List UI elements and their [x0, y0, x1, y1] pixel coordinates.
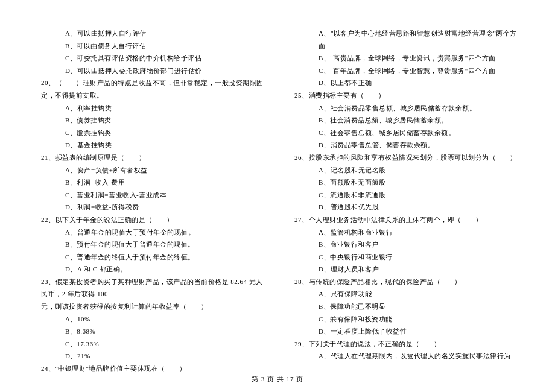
option-line: D、普通股和优先股: [290, 201, 519, 213]
option-line: C、"百年品牌，全球网络，专业智慧，尊贵服务"四个方面: [290, 65, 519, 77]
option-line: A、记名股和无记名股: [290, 164, 519, 177]
option-line: B、"高贵品牌，全球网络，专业资讯，贵宾服务"四个方面: [290, 52, 519, 65]
option-line: B、保障功能已不明显: [290, 300, 519, 313]
option-line: A、"以客户为中心地经营思路和智慧创造财富地经营理念"两个方面: [290, 27, 519, 52]
option-line: A、代理人在代理期限内，以被代理人的名义实施民事法律行为: [290, 350, 519, 362]
option-line: A、资产=负债+所有者权益: [36, 164, 265, 177]
option-line: B、利润=收入-费用: [36, 176, 265, 189]
option-line: D、可以由抵押人委托政府物价部门进行估价: [36, 65, 265, 77]
question-line: 22、以下关于年金的说法正确的是（ ）: [36, 213, 265, 226]
option-line: D、21%: [36, 350, 265, 362]
right-column: A、"以客户为中心地经营思路和智慧创造财富地经营理念"两个方面B、"高贵品牌，全…: [290, 27, 519, 371]
question-line: 21、损益表的编制原理是（ ）: [36, 151, 265, 164]
option-line: A、社会消费品零售总额、城乡居民储蓄存款余额。: [290, 102, 519, 115]
option-line: C、可委托具有评估资格的中介机构给予评估: [36, 52, 265, 65]
option-line: D、利润=收益-所得税费: [36, 201, 265, 213]
left-column: A、可以由抵押人自行评估B、可以由债务人自行评估C、可委托具有评估资格的中介机构…: [36, 27, 265, 371]
question-line: 28、与传统的保险产品相比，现代的保险产品（ ）: [290, 276, 519, 288]
question-line: 24、"中银理财"地品牌价值主要体现在（ ）: [36, 362, 265, 375]
option-line: C、社会零售总额、城乡居民储蓄存款余额。: [290, 127, 519, 139]
option-line: C、中央银行和商业银行: [290, 251, 519, 264]
option-line: D、基金挂钩类: [36, 139, 265, 151]
option-line: A、利率挂钩类: [36, 102, 265, 115]
option-line: B、面额股和无面额股: [290, 176, 519, 189]
question-line: 26、按股东承担的风险和享有权益情况来划分，股票可以划分为（ ）: [290, 151, 519, 164]
option-line: A、普通年金的现值大于预付年金的现值。: [36, 226, 265, 239]
option-line: D、以上都不正确: [290, 77, 519, 89]
option-line: A、10%: [36, 313, 265, 326]
option-line: C、17.36%: [36, 338, 265, 350]
continuation-line: 元，则该投资者获得的按复利计算的年收益率（ ）: [36, 300, 265, 313]
content-columns: A、可以由抵押人自行评估B、可以由债务人自行评估C、可委托具有评估资格的中介机构…: [36, 27, 519, 371]
page-footer: 第 3 页 共 17 页: [0, 375, 555, 384]
option-line: D、一定程度上降低了收益性: [290, 325, 519, 338]
option-line: A、只有保障功能: [290, 288, 519, 300]
question-line: 29、下列关于代理的说法，不正确的是（ ）: [290, 338, 519, 350]
option-line: B、债券挂钩类: [36, 114, 265, 127]
option-line: D、A 和 C 都正确。: [36, 263, 265, 276]
option-line: A、监管机构和商业银行: [290, 226, 519, 239]
option-line: C、股票挂钩类: [36, 127, 265, 139]
option-line: B、商业银行和客户: [290, 238, 519, 251]
question-line: 23、假定某投资者购买了某种理财产品，该产品的当前价格是 82.64 元人民币，…: [36, 276, 265, 300]
option-line: B、8.68%: [36, 325, 265, 338]
option-line: D、消费品零售总管、储蓄存款余额。: [290, 139, 519, 151]
option-line: B、社会消费品总额、城乡居民储蓄余额。: [290, 114, 519, 127]
question-line: 20、（ ）理财产品的特点是收益不高，但非常稳定，一般投资期限固定，不得提前支取…: [36, 77, 265, 101]
option-line: A、可以由抵押人自行评估: [36, 27, 265, 40]
option-line: C、流通股和非流通股: [290, 189, 519, 201]
option-line: C、普通年金的终值大于预付年金的终值。: [36, 251, 265, 264]
option-line: C、兼有保障和投资功能: [290, 313, 519, 326]
option-line: C、营业利润=营业收入-营业成本: [36, 189, 265, 201]
question-line: 27、个人理财业务活动中法律关系的主体有两个，即（ ）: [290, 213, 519, 226]
option-line: B、预付年金的现值大于普通年金的现值。: [36, 238, 265, 251]
option-line: D、理财人员和客户: [290, 263, 519, 276]
question-line: 25、消费指标主要有（ ）: [290, 89, 519, 102]
option-line: B、可以由债务人自行评估: [36, 40, 265, 52]
